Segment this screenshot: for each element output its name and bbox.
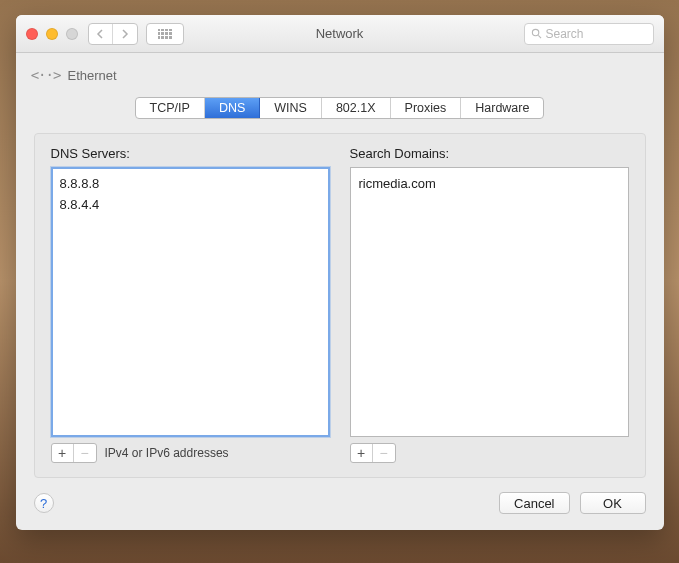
tab-wins[interactable]: WINS	[260, 98, 322, 118]
svg-line-1	[538, 35, 541, 38]
remove-search-domain-button[interactable]: −	[373, 444, 395, 462]
add-search-domain-button[interactable]: +	[351, 444, 373, 462]
traffic-lights	[26, 28, 78, 40]
dns-servers-column: DNS Servers: 8.8.8.88.8.4.4 + − IPv4 or …	[51, 146, 330, 463]
connection-name: Ethernet	[68, 68, 117, 83]
dns-panel: DNS Servers: 8.8.8.88.8.4.4 + − IPv4 or …	[34, 133, 646, 478]
back-button[interactable]	[89, 24, 113, 44]
ethernet-icon: <··>	[34, 67, 58, 83]
chevron-right-icon	[121, 29, 129, 39]
search-placeholder: Search	[546, 27, 584, 41]
grid-icon	[158, 29, 172, 39]
list-item[interactable]: 8.8.4.4	[60, 195, 321, 216]
titlebar: Network Search	[16, 15, 664, 53]
dns-servers-list[interactable]: 8.8.8.88.8.4.4	[51, 167, 330, 437]
dns-hint: IPv4 or IPv6 addresses	[105, 446, 229, 460]
window-title: Network	[316, 26, 364, 41]
search-input[interactable]: Search	[524, 23, 654, 45]
close-button[interactable]	[26, 28, 38, 40]
remove-dns-server-button[interactable]: −	[74, 444, 96, 462]
tab-dns[interactable]: DNS	[205, 98, 260, 118]
cancel-button[interactable]: Cancel	[499, 492, 569, 514]
list-item[interactable]: ricmedia.com	[359, 174, 620, 195]
dns-servers-add-remove: + −	[51, 443, 97, 463]
search-domains-column: Search Domains: ricmedia.com + −	[350, 146, 629, 463]
tab-802-1x[interactable]: 802.1X	[322, 98, 391, 118]
tab-hardware[interactable]: Hardware	[461, 98, 543, 118]
search-domains-add-remove: + −	[350, 443, 396, 463]
zoom-button[interactable]	[66, 28, 78, 40]
footer: ? Cancel OK	[34, 492, 646, 514]
search-domains-list[interactable]: ricmedia.com	[350, 167, 629, 437]
help-button[interactable]: ?	[34, 493, 54, 513]
breadcrumb: <··> Ethernet	[34, 67, 646, 83]
search-icon	[531, 28, 542, 39]
svg-point-0	[532, 29, 538, 35]
network-preferences-window: Network Search <··> Ethernet TCP/IPDNSWI…	[16, 15, 664, 530]
list-item[interactable]: 8.8.8.8	[60, 174, 321, 195]
tab-strip: TCP/IPDNSWINS802.1XProxiesHardware	[135, 97, 545, 119]
add-dns-server-button[interactable]: +	[52, 444, 74, 462]
tab-tcp-ip[interactable]: TCP/IP	[136, 98, 205, 118]
minimize-button[interactable]	[46, 28, 58, 40]
nav-buttons	[88, 23, 138, 45]
ok-button[interactable]: OK	[580, 492, 646, 514]
forward-button[interactable]	[113, 24, 137, 44]
show-all-button[interactable]	[146, 23, 184, 45]
content-area: <··> Ethernet TCP/IPDNSWINS802.1XProxies…	[16, 53, 664, 530]
chevron-left-icon	[96, 29, 104, 39]
search-domains-label: Search Domains:	[350, 146, 629, 161]
tab-proxies[interactable]: Proxies	[391, 98, 462, 118]
dns-servers-label: DNS Servers:	[51, 146, 330, 161]
tab-bar: TCP/IPDNSWINS802.1XProxiesHardware	[34, 97, 646, 119]
